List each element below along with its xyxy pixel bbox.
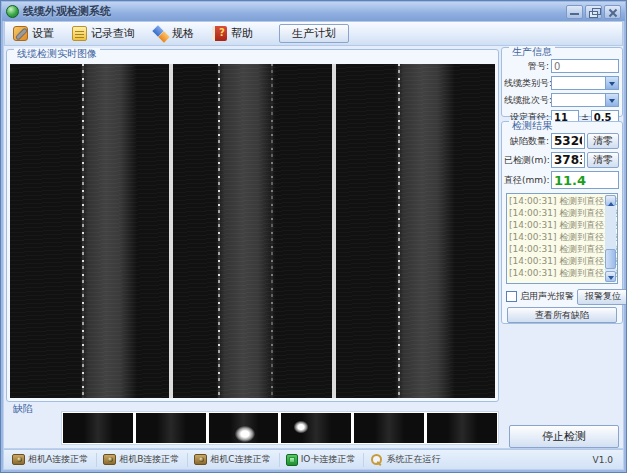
close-icon[interactable] [604, 5, 621, 19]
toolbar-item-spec[interactable]: 规格 [151, 25, 196, 42]
cable-batch-label: 线缆批次号: [504, 94, 549, 107]
detection-results-group: 检测结果 缺陷数量: 清零 已检测(m): 清零 直径(mm): [14:00:… [501, 121, 623, 324]
clear-defect-count-button[interactable]: 清零 [587, 133, 619, 149]
toolbar-item-settings[interactable]: 设置 [11, 25, 56, 42]
alarm-reset-button[interactable]: 报警复位 [577, 289, 627, 305]
clear-measured-button[interactable]: 清零 [587, 152, 619, 168]
restore-icon[interactable] [585, 5, 602, 19]
sound-light-alarm-checkbox[interactable] [506, 291, 517, 302]
detection-results-title: 检测结果 [509, 120, 555, 132]
settings-icon [13, 26, 28, 41]
status-item: 相机C连接正常 [192, 453, 279, 467]
production-info-title: 生产信息 [509, 46, 555, 58]
window-title: 线缆外观检测系统 [23, 4, 566, 19]
status-bar: 相机A连接正常相机B连接正常相机C连接正常IO卡连接正常系统正在运行 V1.0 [4, 449, 623, 469]
cable-category-label: 线缆类别号: [504, 77, 549, 90]
log-entry[interactable]: [14:00:31] 检测到直径不合格 [509, 255, 605, 267]
live-view-group: 线缆检测实时图像 [6, 49, 499, 402]
scroll-up-icon[interactable] [605, 195, 616, 206]
status-item: 相机B连接正常 [101, 453, 188, 467]
titlebar: 线缆外观检测系统 [2, 2, 625, 21]
toolbar-item-label: 规格 [172, 26, 194, 41]
status-item: 系统正在运行 [368, 453, 448, 467]
defects-title: 缺陷 [13, 402, 33, 416]
log-scrollbar[interactable] [605, 195, 616, 282]
log-entry[interactable]: [14:00:31] 检测到直径不合格 [509, 243, 605, 255]
production-plan-button[interactable]: 生产计划 [279, 24, 349, 43]
window-controls [566, 5, 621, 19]
app-window: 线缆外观检测系统 设置记录查询规格帮助 生产计划 线缆检测实时图像 [0, 0, 627, 473]
defect-thumbnail[interactable] [209, 413, 279, 443]
production-info-group: 生产信息 管号: 线缆类别号: 线缆批次号: 设定直径: [501, 47, 623, 117]
toolbar-item-label: 设置 [32, 26, 54, 41]
toolbar-item-records[interactable]: 记录查询 [70, 25, 137, 42]
camera-icon [103, 454, 116, 465]
client-area: 线缆检测实时图像 缺陷 [4, 46, 623, 448]
empty-thumbnail[interactable] [427, 413, 497, 443]
tube-number-input[interactable] [551, 59, 619, 73]
status-item-label: IO卡连接正常 [301, 453, 356, 466]
log-entry[interactable]: [14:00:31] 检测到直径不合格 [509, 195, 605, 207]
cable-category-select[interactable] [551, 76, 619, 90]
status-item-label: 相机B连接正常 [119, 453, 179, 466]
log-entry[interactable]: [14:00:31] 检测到直径不合格 [509, 207, 605, 219]
toolbar-item-help[interactable]: 帮助 [210, 25, 255, 42]
defect-thumbnail-strip [61, 411, 499, 445]
toolbar-item-label: 记录查询 [91, 26, 135, 41]
scrollbar-thumb[interactable] [605, 249, 616, 269]
app-icon [6, 5, 19, 18]
cable-batch-select[interactable] [551, 93, 619, 107]
live-view-title: 线缆检测实时图像 [14, 48, 100, 60]
defect-thumbnail[interactable] [281, 413, 351, 443]
magnifier-icon [370, 454, 383, 465]
defect-count-value[interactable] [551, 133, 585, 149]
camera-a-view [10, 64, 169, 398]
io-icon [286, 454, 298, 466]
log-entry[interactable]: [14:00:31] 检测到直径不合格 [509, 219, 605, 231]
diameter-label: 直径(mm): [504, 174, 549, 187]
version-label: V1.0 [593, 455, 617, 465]
log-lines: [14:00:31] 检测到直径不合格[14:00:31] 检测到直径不合格[1… [509, 195, 605, 279]
toolbar-item-label: 帮助 [231, 26, 253, 41]
minimize-icon[interactable] [566, 5, 583, 19]
status-item: 相机A连接正常 [10, 453, 97, 467]
tube-number-label: 管号: [504, 60, 549, 73]
wire-image [80, 64, 137, 398]
toolbar: 设置记录查询规格帮助 生产计划 [4, 21, 623, 46]
status-item-label: 相机C连接正常 [210, 453, 270, 466]
spec-icon [153, 26, 168, 41]
empty-thumbnail[interactable] [136, 413, 206, 443]
stop-detection-button[interactable]: 停止检测 [509, 425, 619, 448]
camera-image-area [10, 64, 495, 398]
wire-image [395, 64, 455, 398]
records-icon [72, 26, 87, 41]
sound-light-alarm-label: 启用声光报警 [520, 290, 574, 303]
log-entry[interactable]: [14:00:31] 检测到直径不合格 [509, 267, 605, 279]
status-item-label: 相机A连接正常 [28, 453, 88, 466]
toolbar-items: 设置记录查询规格帮助 [11, 25, 255, 42]
chevron-down-icon[interactable] [605, 94, 618, 106]
status-item-label: 系统正在运行 [386, 453, 440, 466]
camera-c-view [336, 64, 495, 398]
defect-count-label: 缺陷数量: [504, 135, 549, 148]
help-icon [212, 26, 227, 41]
detection-log-list[interactable]: [14:00:31] 检测到直径不合格[14:00:31] 检测到直径不合格[1… [506, 193, 618, 284]
chevron-down-icon[interactable] [605, 77, 618, 89]
view-all-defects-button[interactable]: 查看所有缺陷 [507, 307, 617, 323]
log-entry[interactable]: [14:00:31] 检测到直径不合格 [509, 231, 605, 243]
wire-image [216, 64, 276, 398]
status-items: 相机A连接正常相机B连接正常相机C连接正常IO卡连接正常系统正在运行 [10, 453, 452, 467]
empty-thumbnail[interactable] [354, 413, 424, 443]
scroll-down-icon[interactable] [605, 271, 616, 282]
empty-thumbnail[interactable] [63, 413, 133, 443]
camera-b-view [173, 64, 332, 398]
camera-icon [12, 454, 25, 465]
status-item: IO卡连接正常 [284, 453, 365, 467]
diameter-value[interactable] [551, 171, 619, 189]
measured-length-value[interactable] [551, 152, 585, 168]
camera-icon [194, 454, 207, 465]
measured-length-label: 已检测(m): [504, 154, 549, 167]
